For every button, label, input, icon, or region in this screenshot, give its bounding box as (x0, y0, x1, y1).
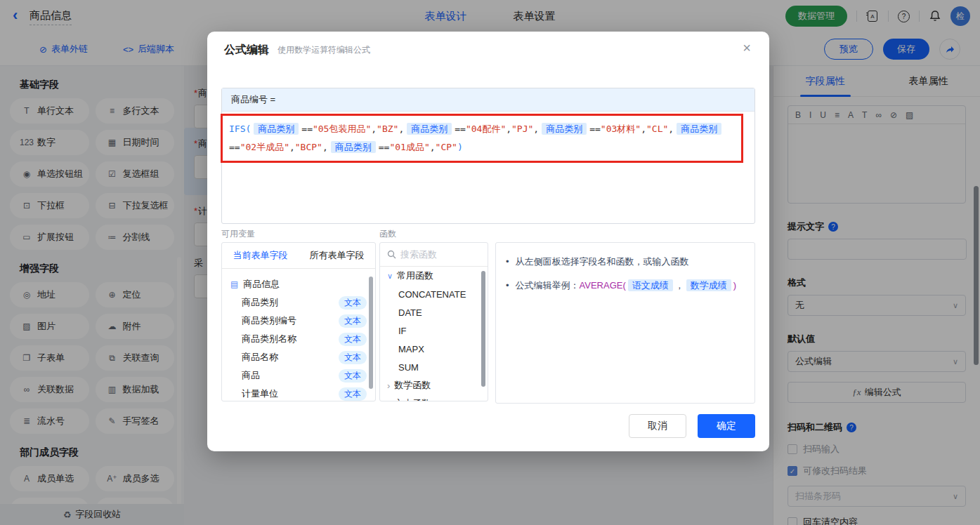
form-doc-icon: ▤ (230, 279, 238, 289)
variable-name: 商品名称 (242, 351, 339, 364)
formula-token: 商品类别 (331, 141, 376, 153)
chevron-expanded-icon: ∨ (387, 272, 393, 281)
formula-token: , (506, 124, 511, 134)
page-scrollbar[interactable] (974, 186, 979, 365)
formula-token: , (371, 124, 377, 134)
function-item[interactable]: DATE (380, 303, 488, 321)
function-item[interactable]: SUM (380, 358, 488, 376)
variables-label: 可用变量 (221, 228, 255, 240)
variable-item[interactable]: 计量单位 文本 (222, 385, 375, 401)
variables-panel: 当前表单字段所有表单字段 ▤ 商品信息 商品类别 文本 商品类别编号 文本 (221, 242, 376, 401)
variable-type-badge: 文本 (339, 296, 367, 310)
formula-token: , (398, 124, 404, 134)
function-group-label: 文本函数 (394, 397, 431, 401)
variables-scrollbar[interactable] (369, 277, 373, 389)
close-icon[interactable]: × (743, 41, 751, 55)
search-icon (387, 250, 396, 259)
variables-tab[interactable]: 所有表单字段 (299, 243, 375, 268)
function-item[interactable]: IF (380, 321, 488, 340)
function-group-math[interactable]: › 数学函数 (380, 376, 488, 394)
help-line-2-text: 公式编辑举例：AVERAGE(语文成绩，数学成绩) (516, 278, 737, 293)
variable-name: 商品类别名称 (242, 333, 339, 345)
formula-token: , (533, 124, 539, 134)
formula-token: , (668, 124, 674, 134)
bullet-dot: • (506, 278, 509, 293)
formula-token: "BCP" (295, 142, 322, 152)
example-field-chip: 数学成绩 (686, 279, 731, 291)
function-search (380, 243, 488, 267)
variable-item[interactable]: 商品名称 文本 (222, 348, 375, 366)
form-root-label: 商品信息 (243, 278, 280, 291)
modal-header: 公式编辑 使用数学运算符编辑公式 (207, 32, 769, 68)
modal-title: 公式编辑 (224, 43, 269, 58)
formula-token: 商品类别 (677, 123, 721, 135)
functions-scrollbar[interactable] (481, 271, 485, 387)
formula-token: "04配件" (466, 124, 506, 134)
formula-token: "CP" (436, 142, 457, 152)
example-function-close: ) (733, 280, 736, 291)
function-group-text[interactable]: › 文本函数 (380, 394, 488, 401)
formula-token: 商品类别 (542, 123, 587, 135)
variables-tab[interactable]: 当前表单字段 (222, 243, 299, 268)
cancel-button[interactable]: 取消 (629, 414, 686, 438)
help-line-1-text: 从左侧面板选择字段名和函数，或输入函数 (516, 254, 689, 269)
variable-item[interactable]: 商品类别 文本 (222, 293, 375, 312)
formula-token: "BZ" (377, 124, 398, 134)
variable-name: 计量单位 (242, 387, 339, 400)
formula-input[interactable]: IFS(商品类别=="05包装用品","BZ",商品类别=="04配件","PJ… (221, 114, 743, 163)
function-group-label: 数学函数 (394, 379, 431, 392)
variable-type-badge: 文本 (339, 369, 367, 383)
variable-type-badge: 文本 (339, 314, 367, 328)
variable-type-badge: 文本 (339, 333, 367, 346)
formula-token: "01成品" (389, 142, 429, 152)
example-function-open: AVERAGE( (580, 280, 626, 291)
formula-token: == (379, 142, 390, 152)
function-group-common[interactable]: ∨ 常用函数 (380, 267, 488, 285)
variables-tabs: 当前表单字段所有表单字段 (222, 243, 375, 269)
formula-token: "03材料" (601, 124, 641, 134)
function-item[interactable]: CONCATENATE (380, 285, 488, 303)
chevron-collapsed-icon: › (387, 380, 390, 391)
formula-target: 商品编号 = (222, 88, 754, 112)
functions-label: 函数 (379, 228, 396, 240)
variable-item[interactable]: 商品类别编号 文本 (222, 312, 375, 330)
variable-item[interactable]: 商品类别名称 文本 (222, 330, 375, 348)
formula-token: 商品类别 (407, 123, 452, 135)
variable-name: 商品类别 (242, 296, 339, 309)
formula-token: == (589, 124, 601, 134)
formula-token: , (289, 142, 295, 152)
formula-token: , (641, 124, 646, 134)
function-search-input[interactable] (400, 249, 471, 260)
formula-token: == (301, 124, 313, 134)
variable-type-badge: 文本 (339, 387, 367, 401)
function-item[interactable]: MAPX (380, 340, 488, 358)
chevron-collapsed-icon: › (387, 399, 390, 402)
confirm-button[interactable]: 确定 (698, 414, 755, 438)
formula-help-panel: • 从左侧面板选择字段名和函数，或输入函数 • 公式编辑举例：AVERAGE(语… (495, 242, 755, 404)
formula-token: 商品类别 (254, 123, 299, 135)
form-root-node[interactable]: ▤ 商品信息 (222, 274, 375, 293)
formula-token: == (229, 142, 240, 152)
function-group-label: 常用函数 (397, 270, 433, 282)
formula-token: IFS( (229, 124, 251, 134)
variable-item[interactable]: 商品 文本 (222, 366, 375, 385)
formula-token: , (322, 142, 328, 152)
formula-editor-modal: 公式编辑 使用数学运算符编辑公式 × 商品编号 = IFS(商品类别=="05包… (207, 32, 769, 451)
modal-subtitle: 使用数学运算符编辑公式 (277, 44, 370, 56)
variable-name: 商品 (242, 369, 339, 382)
example-field-chip: 语文成绩 (628, 279, 673, 291)
formula-token: "05包装用品" (313, 124, 371, 134)
help-line-1: • 从左侧面板选择字段名和函数，或输入函数 (506, 254, 745, 269)
help-line-2: • 公式编辑举例：AVERAGE(语文成绩，数学成绩) (506, 278, 745, 293)
formula-box: 商品编号 = IFS(商品类别=="05包装用品","BZ",商品类别=="04… (221, 88, 755, 224)
bullet-dot: • (506, 254, 509, 269)
formula-token: "02半成品" (240, 142, 289, 152)
functions-panel: ∨ 常用函数 CONCATENATEDATEIFMAPXSUM › 数学函数 ›… (379, 242, 488, 401)
function-items: CONCATENATEDATEIFMAPXSUM (380, 285, 488, 376)
formula-token: "PJ" (511, 124, 533, 134)
variables-tree: ▤ 商品信息 商品类别 文本 商品类别编号 文本 商品类别 (222, 269, 375, 401)
variable-items: 商品类别 文本 商品类别编号 文本 商品类别名称 文本 商品名称 (222, 293, 375, 401)
formula-token: "CL" (646, 124, 668, 134)
formula-token: == (455, 124, 466, 134)
formula-token: , (430, 142, 436, 152)
